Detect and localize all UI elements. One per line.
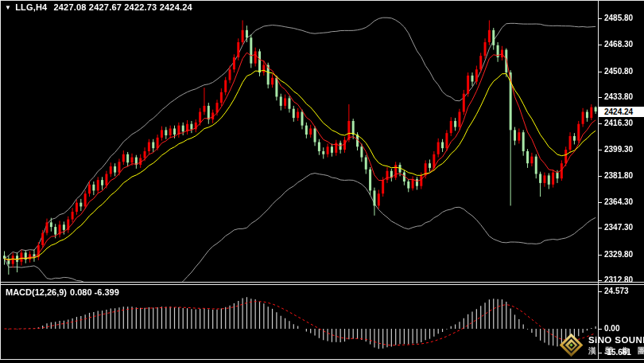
- chart-header: ▼LLG,H42427.08 2427.67 2422.73 2424.24: [5, 2, 192, 12]
- symbol-timeframe-label: LLG,H4: [15, 2, 47, 12]
- macd-name: MACD(12,26,9): [6, 287, 67, 297]
- sinosound-logo: SiNO SOUND 漢 聲 集 團: [560, 334, 644, 357]
- chart-canvas[interactable]: [0, 0, 644, 363]
- logo-brand-text: SiNO SOUND: [588, 336, 644, 345]
- macd-panel-border-bottom: [0, 359, 644, 360]
- collapse-chevron-icon[interactable]: ▼: [5, 4, 11, 11]
- current-price-tag: 2424.24: [599, 107, 644, 117]
- macd-panel-border-top: [0, 284, 644, 285]
- trading-chart-window: ▼LLG,H42427.08 2427.67 2422.73 2424.24 M…: [0, 0, 644, 363]
- ohlc-values: 2427.08 2427.67 2422.73 2424.24: [53, 2, 192, 12]
- logo-diamond-icon: [560, 334, 584, 357]
- panel-separator[interactable]: [0, 282, 644, 283]
- current-price-value: 2424.24: [604, 107, 633, 116]
- macd-values: 0.080 -6.399: [70, 287, 119, 297]
- window-border-top: [0, 0, 644, 1]
- macd-indicator-label: MACD(12,26,9)0.080 -6.399: [6, 287, 122, 297]
- price-axis-separator: [598, 0, 599, 360]
- logo-brand-chinese: 漢 聲 集 團: [588, 347, 644, 355]
- window-border-left: [0, 0, 1, 360]
